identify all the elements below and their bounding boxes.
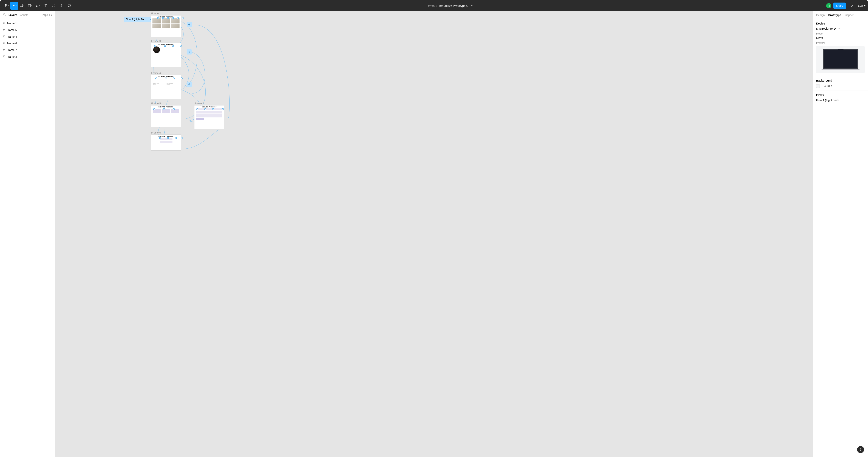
page-selector[interactable]: Page 1 ▾	[42, 13, 52, 17]
frame-label[interactable]: Frame 3	[151, 40, 161, 42]
connection-handle[interactable]	[167, 137, 169, 139]
file-title[interactable]: Interactive Prototypes...	[438, 4, 469, 7]
connection-handle[interactable]	[180, 45, 182, 47]
flow-tag-label: Flow 1 (Light Ba...	[126, 18, 146, 21]
svg-point-8	[53, 6, 53, 7]
device-select[interactable]: MacBook Pro 14" ▾	[816, 27, 865, 30]
chevron-down-icon: ▾	[51, 13, 52, 17]
connection-handle[interactable]	[222, 108, 224, 110]
layer-item[interactable]: #Frame 4	[0, 33, 55, 40]
share-button[interactable]: Share	[833, 3, 846, 9]
color-swatch[interactable]	[816, 84, 820, 88]
connection-handle[interactable]	[159, 137, 161, 139]
search-icon[interactable]	[3, 13, 6, 17]
figma-menu-button[interactable]: ▾	[3, 2, 10, 10]
help-button[interactable]: ?	[857, 446, 864, 453]
toolbar-title-area: Drafts / Interactive Prototypes... ▾	[73, 4, 826, 7]
preview-label: Preview	[816, 41, 865, 44]
connection-handle[interactable]	[173, 77, 175, 79]
connection-handle[interactable]	[204, 108, 206, 110]
canvas-frame-5[interactable]: RICHARD PICKFORD	[151, 105, 181, 127]
frame-label[interactable]: Frame 1	[151, 12, 161, 15]
connection-handle[interactable]	[155, 77, 157, 79]
connection-handle[interactable]	[181, 77, 183, 79]
chevron-down-icon: ▾	[31, 5, 32, 7]
connection-handle[interactable]	[172, 17, 174, 19]
frame-icon: #	[3, 41, 5, 45]
frame-heading: RICHARD PICKFORD	[151, 135, 181, 137]
frame-label[interactable]: Frame 4	[151, 71, 161, 74]
layer-item[interactable]: #Frame 3	[0, 53, 55, 60]
chevron-down-icon[interactable]: ▾	[471, 4, 473, 7]
comment-icon	[68, 4, 71, 7]
tab-prototype[interactable]: Prototype	[828, 13, 841, 17]
left-panel-tabs: Layers Assets	[8, 13, 39, 17]
frame-label[interactable]: Frame 6	[151, 131, 161, 134]
connection-handle[interactable]	[167, 17, 169, 19]
present-button[interactable]	[848, 2, 856, 10]
tab-layers[interactable]: Layers	[8, 13, 17, 17]
breadcrumb-root[interactable]: Drafts	[427, 4, 435, 7]
tab-design[interactable]: Design	[816, 13, 825, 17]
back-interaction-node[interactable]	[187, 22, 192, 27]
frame-heading: RICHARD PICKFORD	[151, 105, 181, 108]
chevron-down-icon: ▾	[839, 28, 840, 30]
connection-handle[interactable]	[175, 137, 177, 139]
flow-item[interactable]: Flow 1 (Light Back...	[816, 99, 865, 102]
tab-assets[interactable]: Assets	[20, 13, 28, 17]
laptop-base	[821, 69, 860, 70]
connection-handle[interactable]	[212, 108, 214, 110]
connection-handle[interactable]	[177, 17, 179, 19]
photo-grid	[151, 18, 181, 29]
connection-handle[interactable]	[172, 45, 174, 47]
connection-handle[interactable]	[181, 137, 183, 139]
cursor-icon	[12, 4, 15, 7]
layer-item[interactable]: #Frame 5	[0, 27, 55, 33]
connection-handle[interactable]	[162, 17, 164, 19]
frame-heading: RICHARD PICKFORD	[151, 15, 181, 18]
connection-handle[interactable]	[164, 45, 166, 47]
layer-item[interactable]: #Frame 6	[0, 40, 55, 47]
layer-item[interactable]: #Frame 7	[0, 47, 55, 53]
flow-start-tag[interactable]: Flow 1 (Light Ba... ▷	[124, 17, 153, 22]
frame-tool-button[interactable]: ▾	[18, 2, 26, 10]
connection-handle[interactable]	[157, 17, 159, 19]
move-tool-button[interactable]: ▾	[10, 2, 18, 10]
chevron-down-icon: ▾	[24, 5, 24, 7]
hand-tool-button[interactable]	[58, 2, 65, 10]
text-tool-button[interactable]: T	[42, 2, 50, 10]
connection-handle[interactable]	[154, 45, 156, 47]
tab-inspect[interactable]: Inspect	[845, 13, 854, 17]
connection-handle[interactable]	[153, 108, 155, 110]
connection-handle[interactable]	[182, 17, 184, 19]
layer-label: Frame 1	[7, 22, 17, 25]
zoom-control[interactable]: 11% ▾	[858, 4, 865, 7]
shape-tool-button[interactable]: ▾	[26, 2, 34, 10]
model-select[interactable]: Silver ▾	[816, 36, 865, 39]
chevron-down-icon: ▾	[16, 5, 17, 7]
figma-logo-icon	[4, 4, 7, 7]
canvas-frame-1[interactable]: RICHARD PICKFORD	[151, 15, 181, 37]
resources-button[interactable]	[50, 2, 58, 10]
text-icon: T	[45, 4, 47, 8]
pen-tool-button[interactable]: ▾	[34, 2, 42, 10]
frame-label[interactable]: Frame 5	[151, 102, 161, 105]
connection-handle[interactable]	[165, 77, 167, 79]
device-section: Device MacBook Pro 14" ▾ Model Silver ▾ …	[813, 19, 868, 76]
back-interaction-node[interactable]	[187, 82, 192, 87]
layer-label: Frame 6	[7, 42, 17, 45]
comment-tool-button[interactable]	[65, 2, 73, 10]
canvas[interactable]: Flow 1 (Light Ba... ▷	[55, 11, 813, 457]
background-row[interactable]: F4F5F6	[816, 84, 865, 88]
hand-icon	[60, 4, 63, 7]
canvas-frame-7[interactable]: RICHARD PICKFORD	[194, 105, 224, 129]
connection-handle[interactable]	[173, 108, 175, 110]
svg-rect-4	[5, 6, 6, 7]
connection-handle[interactable]	[163, 108, 165, 110]
back-interaction-node[interactable]	[187, 50, 192, 55]
layer-item[interactable]: #Frame 1	[0, 20, 55, 27]
user-avatar[interactable]: R	[826, 3, 831, 8]
frame-label[interactable]: Frame 7	[194, 102, 204, 105]
connection-handle[interactable]	[196, 108, 198, 110]
thumbnail	[162, 24, 170, 28]
